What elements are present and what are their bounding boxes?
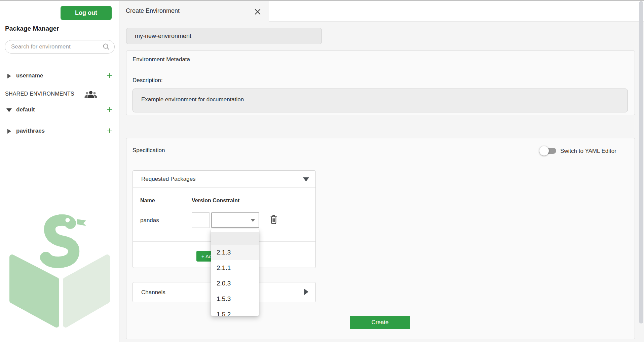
description-textarea[interactable]: Example environment for documentation [132,89,628,112]
tab-title: Create Environment [126,7,180,14]
namespace-label: default [16,106,35,113]
requested-packages-title: Requested Packages [141,176,196,182]
version-select[interactable] [211,212,259,228]
shared-environments-label: SHARED ENVIRONMENTS [5,91,74,97]
chevron-down-icon[interactable] [6,108,12,112]
search-icon [102,42,111,51]
specification-title: Specification [132,147,165,154]
create-button[interactable]: Create [350,316,410,329]
version-option[interactable]: 2.1.3 [211,245,259,260]
environment-name-input[interactable] [126,28,322,44]
sidebar: Log out Package Manager username + SHARE… [0,0,119,342]
namespace-label: pavithraes [16,128,45,134]
channels-title: Channels [141,289,165,296]
metadata-card-header: Environment Metadata [126,51,635,68]
constraint-operator-input[interactable] [192,212,210,228]
package-name: pandas [140,217,159,224]
chevron-right-icon[interactable] [7,74,11,78]
add-environment-button[interactable]: + [104,124,116,138]
chevron-right-icon[interactable] [7,129,11,134]
select-arrow-icon [251,219,255,222]
sidebar-item-pavithraes[interactable]: pavithraes + [0,124,119,139]
shared-environments-heading: SHARED ENVIRONMENTS [0,87,119,102]
metadata-title: Environment Metadata [132,56,190,63]
sidebar-item-username[interactable]: username + [0,69,119,83]
specification-card: Specification Switch to YAML Editor Requ… [126,138,635,339]
app-window: Create Environment Log out Package Manag… [0,0,644,342]
close-icon[interactable] [254,8,261,15]
add-environment-button[interactable]: + [104,69,116,82]
environment-metadata-card: Environment Metadata Description: Exampl… [126,50,635,115]
namespace-label: username [16,72,43,79]
select-separator [247,213,247,227]
column-header-version-constraint: Version Constraint [192,198,239,204]
column-header-name: Name [140,198,155,204]
sidebar-divider [0,61,119,61]
sidebar-item-default[interactable]: default + [0,103,119,117]
chevron-down-icon [303,177,309,181]
version-menu: 2.1.32.1.12.0.31.5.31.5.2 [211,229,259,316]
yaml-editor-toggle[interactable] [539,146,558,156]
version-option-blank[interactable] [211,232,259,245]
add-environment-button[interactable]: + [104,103,116,116]
environment-search [5,40,115,54]
conda-store-logo [6,208,114,336]
tabbar-empty-space [269,0,644,22]
people-icon [84,89,98,100]
description-label: Description: [132,77,163,84]
version-option[interactable]: 1.5.3 [211,291,259,307]
app-title: Package Manager [5,25,59,32]
version-option[interactable]: 2.0.3 [211,276,259,291]
yaml-toggle-label: Switch to YAML Editor [560,148,616,155]
toggle-knob [539,146,549,156]
vertical-scrollbar-thumb[interactable] [639,1,643,323]
logout-button[interactable]: Log out [61,6,112,20]
tab-create-environment[interactable]: Create Environment [119,1,269,22]
chevron-right-icon [304,289,308,295]
window-top-border [0,0,644,1]
version-option[interactable]: 2.1.1 [211,260,259,276]
requested-packages-header[interactable]: Requested Packages [133,171,315,187]
version-option[interactable]: 1.5.2 [211,307,259,316]
specification-header: Specification Switch to YAML Editor [126,138,635,162]
delete-package-icon[interactable] [269,214,278,225]
search-input[interactable] [5,40,115,54]
